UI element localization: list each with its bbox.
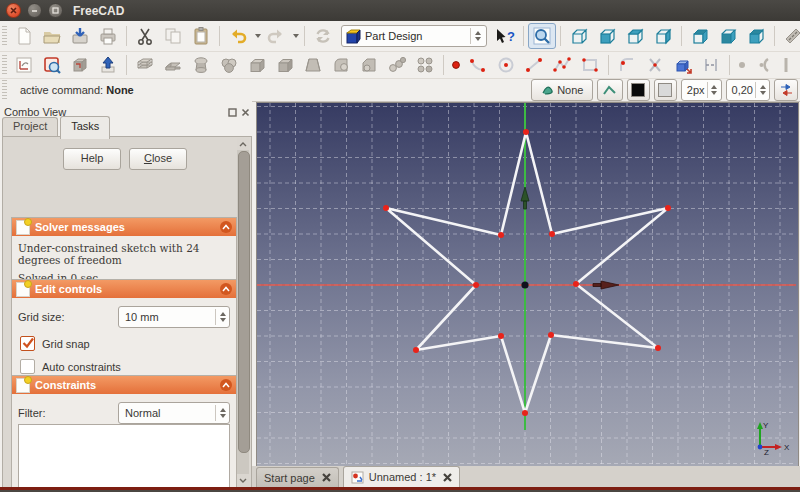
sketch-canvas[interactable]: YXZ bbox=[257, 103, 796, 465]
toolbar-grip[interactable] bbox=[2, 55, 7, 75]
undo-button[interactable] bbox=[224, 23, 252, 49]
sketch-rectangle-button[interactable] bbox=[576, 52, 604, 78]
workbench-spinner[interactable] bbox=[470, 28, 484, 44]
section-title: Constraints bbox=[35, 379, 96, 391]
collapse-button[interactable] bbox=[220, 221, 232, 233]
window-close-button[interactable] bbox=[6, 3, 21, 18]
apply-style-button[interactable] bbox=[774, 79, 798, 101]
dock-close-icon[interactable] bbox=[241, 108, 250, 117]
print-button[interactable] bbox=[94, 23, 122, 49]
3d-viewport[interactable]: YXZ bbox=[256, 102, 799, 468]
undo-dropdown[interactable] bbox=[252, 24, 262, 48]
new-sketch-button[interactable] bbox=[10, 52, 38, 78]
solver-messages-header[interactable]: Solver messages bbox=[12, 218, 236, 236]
additive-box-button[interactable] bbox=[243, 52, 271, 78]
line-icon bbox=[524, 55, 544, 75]
view-sketch-button[interactable] bbox=[38, 52, 66, 78]
fillet-feature-button[interactable] bbox=[327, 52, 355, 78]
open-file-button[interactable] bbox=[38, 23, 66, 49]
workbench-selector[interactable]: Part Design bbox=[341, 25, 487, 47]
groove-button[interactable] bbox=[215, 52, 243, 78]
chamfer-feature-button[interactable] bbox=[355, 52, 383, 78]
construction-mode-button[interactable] bbox=[697, 52, 725, 78]
sketch-trim-button[interactable] bbox=[641, 52, 669, 78]
sketch-arc-button[interactable] bbox=[464, 52, 492, 78]
cut-button[interactable] bbox=[131, 23, 159, 49]
pocket-button[interactable] bbox=[159, 52, 187, 78]
view-rear-button[interactable] bbox=[686, 23, 714, 49]
subtractive-box-button[interactable] bbox=[271, 52, 299, 78]
chamfer-feature-icon bbox=[359, 55, 379, 75]
sketch-line-button[interactable] bbox=[520, 52, 548, 78]
grid-size-spinbox[interactable]: 10 mm bbox=[118, 306, 230, 328]
view-top-button[interactable] bbox=[621, 23, 649, 49]
edit-controls-header[interactable]: Edit controls bbox=[12, 280, 236, 298]
constraints-header[interactable]: Constraints bbox=[12, 376, 236, 394]
right-view-cube-icon bbox=[653, 26, 673, 46]
toolbar-grip[interactable] bbox=[2, 26, 7, 46]
scroll-down-icon[interactable] bbox=[237, 474, 249, 486]
constraint-vertical-button[interactable] bbox=[778, 52, 794, 78]
save-icon bbox=[70, 26, 90, 46]
constraint-point-on-object-button[interactable] bbox=[750, 52, 778, 78]
view-axonometric-button[interactable] bbox=[565, 23, 593, 49]
draft-feature-button[interactable] bbox=[299, 52, 327, 78]
view-front-button[interactable] bbox=[593, 23, 621, 49]
measure-distance-button[interactable] bbox=[779, 23, 800, 49]
draft-style-button[interactable] bbox=[597, 79, 623, 101]
face-color-button[interactable] bbox=[654, 79, 677, 101]
line-color-button[interactable] bbox=[627, 79, 650, 101]
line-width-spinbox[interactable]: 2px bbox=[681, 79, 722, 101]
constraint-horizontal-button[interactable] bbox=[794, 52, 800, 78]
scroll-up-icon[interactable] bbox=[237, 138, 249, 150]
autogroup-button[interactable]: None bbox=[531, 79, 593, 101]
new-file-button[interactable] bbox=[10, 23, 38, 49]
window-maximize-button[interactable] bbox=[48, 3, 63, 18]
external-geometry-button[interactable] bbox=[669, 52, 697, 78]
dock-float-icon[interactable] bbox=[228, 108, 237, 117]
whats-this-button[interactable]: ? bbox=[491, 23, 519, 49]
map-sketch-to-face-button[interactable] bbox=[66, 52, 94, 78]
close-icon[interactable] bbox=[443, 473, 452, 482]
save-button[interactable] bbox=[66, 23, 94, 49]
tab-start-page[interactable]: Start page bbox=[256, 467, 339, 487]
panel-scrollbar[interactable] bbox=[237, 138, 249, 486]
copy-button[interactable] bbox=[159, 23, 187, 49]
constraint-coincident-button[interactable] bbox=[734, 52, 750, 78]
filter-combobox[interactable]: Normal bbox=[118, 402, 230, 424]
redo-button[interactable] bbox=[262, 23, 290, 49]
grid-snap-checkbox[interactable] bbox=[20, 336, 35, 351]
filter-label: Filter: bbox=[18, 407, 118, 419]
pad-button[interactable] bbox=[131, 52, 159, 78]
revolution-button[interactable] bbox=[187, 52, 215, 78]
linear-pattern-button[interactable] bbox=[383, 52, 411, 78]
tab-project[interactable]: Project bbox=[2, 117, 58, 137]
sketch-polyline-button[interactable] bbox=[548, 52, 576, 78]
redo-dropdown[interactable] bbox=[290, 24, 300, 48]
tab-tasks[interactable]: Tasks bbox=[60, 116, 110, 139]
window-minimize-button[interactable] bbox=[27, 3, 42, 18]
close-button[interactable]: Close bbox=[129, 148, 187, 170]
view-fit-all-button[interactable] bbox=[528, 23, 556, 49]
sketch-point-button[interactable] bbox=[448, 52, 464, 78]
help-button[interactable]: Help bbox=[63, 148, 121, 170]
view-right-button[interactable] bbox=[649, 23, 677, 49]
sketch-fillet-button[interactable] bbox=[613, 52, 641, 78]
collapse-button[interactable] bbox=[220, 283, 232, 295]
sketch-circle-button[interactable] bbox=[492, 52, 520, 78]
view-bottom-button[interactable] bbox=[714, 23, 742, 49]
polar-pattern-button[interactable] bbox=[411, 52, 439, 78]
leave-sketch-button[interactable] bbox=[94, 52, 122, 78]
paste-button[interactable] bbox=[187, 23, 215, 49]
tab-unnamed-document[interactable]: Unnamed : 1* bbox=[343, 466, 460, 487]
close-icon[interactable] bbox=[322, 473, 331, 482]
view-left-button[interactable] bbox=[742, 23, 770, 49]
collapse-button[interactable] bbox=[220, 379, 232, 391]
toolbar-grip[interactable] bbox=[2, 80, 7, 100]
text-scale-spinbox[interactable]: 0,20 bbox=[726, 79, 770, 101]
toolbar-separator bbox=[126, 26, 127, 46]
refresh-button[interactable] bbox=[309, 23, 337, 49]
scrollbar-thumb[interactable] bbox=[238, 151, 250, 453]
constraints-list[interactable] bbox=[18, 424, 230, 492]
auto-constraints-checkbox[interactable] bbox=[20, 359, 35, 374]
